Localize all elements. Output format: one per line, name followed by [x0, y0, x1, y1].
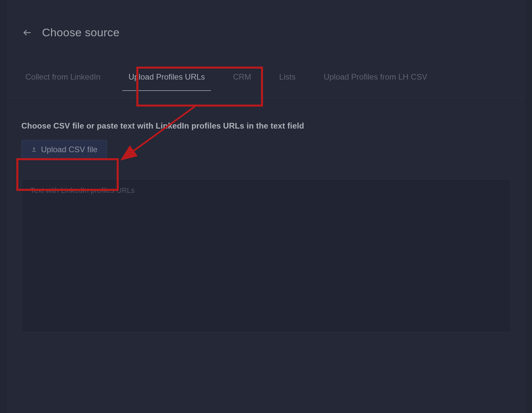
upload-icon	[31, 147, 37, 153]
tab-collect-from-linkedin[interactable]: Collect from LinkedIn	[25, 72, 100, 82]
upload-csv-button-label: Upload CSV file	[41, 145, 97, 154]
back-button[interactable]	[21, 27, 33, 39]
profiles-urls-textarea[interactable]	[21, 179, 511, 332]
tab-crm[interactable]: CRM	[233, 72, 251, 82]
tab-lists[interactable]: Lists	[279, 72, 296, 82]
header-row: Choose source	[7, 0, 525, 39]
tabs-row: Collect from LinkedIn Upload Profiles UR…	[7, 39, 525, 98]
instruction-text: Choose CSV file or paste text with Linke…	[21, 121, 511, 131]
arrow-left-icon	[22, 28, 32, 38]
content-area: Choose CSV file or paste text with Linke…	[7, 98, 525, 334]
upload-csv-button[interactable]: Upload CSV file	[21, 140, 107, 159]
tab-upload-profiles-from-lh-csv[interactable]: Upload Profiles from LH CSV	[324, 72, 427, 82]
textarea-wrapper	[21, 179, 511, 334]
tab-upload-profiles-urls[interactable]: Upload Profiles URLs	[128, 72, 205, 82]
page-title: Choose source	[42, 26, 120, 39]
